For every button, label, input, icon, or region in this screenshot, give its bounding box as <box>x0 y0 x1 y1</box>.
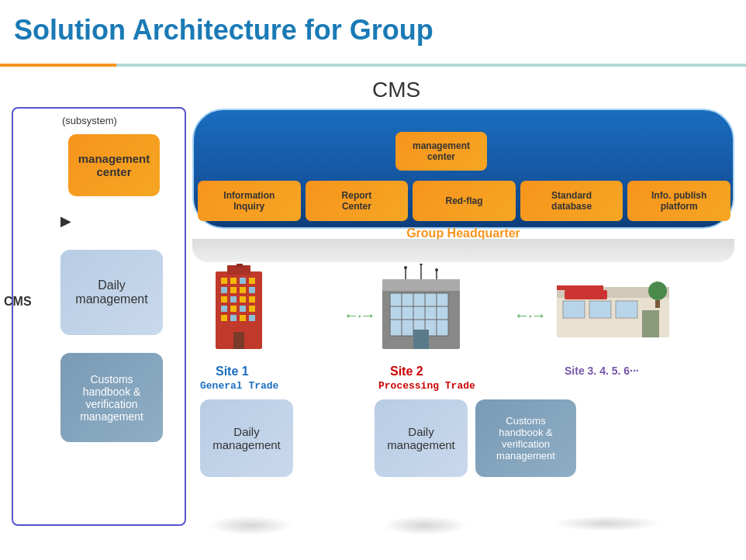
site1-sublabel: General Trade <box>200 380 278 392</box>
platform-shadow <box>192 239 734 262</box>
building-site2 <box>378 264 471 357</box>
teal-accent-line <box>116 64 746 67</box>
left-customs-label: Customshandbook &verificationmanagement <box>80 373 143 423</box>
svg-rect-46 <box>616 301 637 318</box>
svg-rect-3 <box>240 278 246 284</box>
hq-item-info-publish[interactable]: Info. publishplatform <box>627 181 730 221</box>
shadow-ellipse-site1 <box>208 516 293 535</box>
svg-rect-2 <box>230 278 237 284</box>
building-site1 <box>204 264 297 357</box>
svg-rect-19 <box>240 315 246 321</box>
svg-rect-4 <box>249 278 255 284</box>
hq-mgmt-center-label: managementcenter <box>413 140 470 162</box>
left-customs-box[interactable]: Customshandbook &verificationmanagement <box>60 353 163 442</box>
svg-rect-49 <box>655 300 660 308</box>
svg-rect-7 <box>240 287 246 293</box>
customs-site2-box[interactable]: Customshandbook &verificationmanagement <box>475 399 576 477</box>
svg-rect-43 <box>565 290 607 299</box>
buildings-area: Site 1 General Trade Site 2 Processing T… <box>192 264 734 527</box>
daily-site2-label: Dailymanagement <box>387 425 455 451</box>
shadow-ellipse-site3 <box>553 516 661 531</box>
left-mgmt-center-box[interactable]: managementcenter <box>68 134 160 196</box>
site1-label: Site 1 <box>216 365 249 379</box>
svg-rect-16 <box>249 306 255 312</box>
hq-mgmt-center-box[interactable]: managementcenter <box>395 132 487 171</box>
svg-rect-8 <box>249 287 255 293</box>
svg-rect-33 <box>413 330 429 349</box>
svg-rect-47 <box>642 310 659 337</box>
svg-rect-11 <box>240 296 246 302</box>
daily-site1-box[interactable]: Dailymanagement <box>200 399 293 477</box>
hq-item-report-center[interactable]: ReportCenter <box>306 181 409 221</box>
arrow-site2-site3: ←·→ <box>514 306 545 324</box>
subsystem-label: (subsystem) <box>62 115 117 126</box>
customs-site2-label: Customshandbook &verificationmanagement <box>496 415 555 461</box>
svg-rect-1 <box>221 278 227 284</box>
svg-rect-6 <box>230 287 237 293</box>
arrow-to-daily: ▶ <box>60 213 71 230</box>
svg-rect-14 <box>230 306 237 312</box>
hq-item-standard-db[interactable]: Standarddatabase <box>520 181 623 221</box>
hq-item-info-inquiry[interactable]: InformationInquiry <box>198 181 301 221</box>
svg-rect-10 <box>230 296 237 302</box>
svg-rect-5 <box>221 287 227 293</box>
page-title: Solution Architecture for Group <box>14 14 433 47</box>
svg-rect-25 <box>382 279 460 291</box>
svg-point-48 <box>648 282 667 300</box>
svg-point-38 <box>420 264 423 265</box>
svg-rect-42 <box>557 285 603 290</box>
svg-point-39 <box>435 268 438 271</box>
hq-item-red-flag[interactable]: Red-flag <box>413 181 516 221</box>
daily-site1-label: Dailymanagement <box>212 425 281 451</box>
svg-rect-23 <box>237 264 243 268</box>
hq-items-row: InformationInquiry ReportCenter Red-flag… <box>198 181 730 221</box>
svg-rect-15 <box>240 306 246 312</box>
site3-label: Site 3. 4. 5. 6··· <box>565 365 639 377</box>
svg-point-37 <box>404 266 407 269</box>
arrow-site1-site2: ←·→ <box>344 306 375 324</box>
svg-rect-18 <box>230 315 237 321</box>
orange-accent-line <box>0 64 116 67</box>
left-mgmt-center-label: managementcenter <box>78 152 150 178</box>
site2-label: Site 2 <box>390 365 423 379</box>
svg-rect-9 <box>221 296 227 302</box>
daily-site2-box[interactable]: Dailymanagement <box>375 399 468 477</box>
svg-rect-17 <box>221 315 227 321</box>
svg-rect-21 <box>233 332 244 349</box>
cms-left-label: CMS <box>4 295 32 309</box>
building-site3 <box>557 264 673 341</box>
left-daily-management-label: Daily management <box>60 278 163 306</box>
svg-rect-26 <box>390 293 448 336</box>
shadow-ellipse-site2 <box>382 516 468 535</box>
svg-rect-20 <box>249 315 255 321</box>
svg-rect-13 <box>221 306 227 312</box>
cms-top-label: CMS <box>372 78 420 102</box>
svg-rect-12 <box>249 296 255 302</box>
site2-sublabel: Processing Trade <box>378 380 475 392</box>
left-daily-management-box[interactable]: Daily management <box>60 250 163 335</box>
svg-rect-45 <box>589 301 611 318</box>
svg-rect-44 <box>563 301 585 318</box>
